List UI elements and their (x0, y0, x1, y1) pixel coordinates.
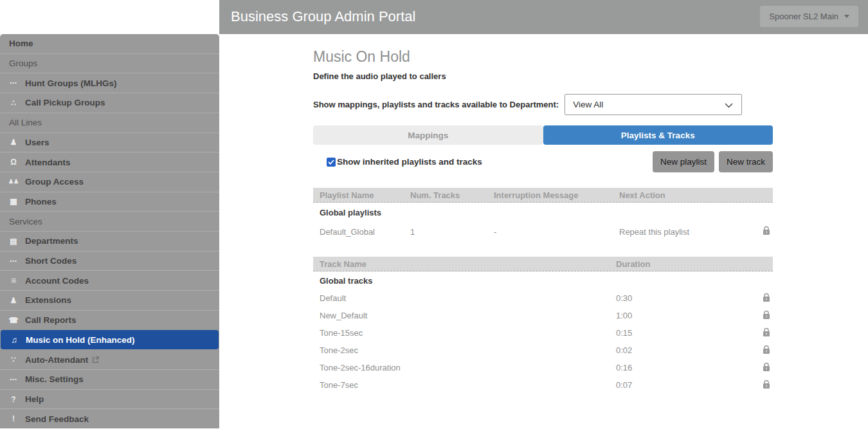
sidebar-item-departments[interactable]: ▤Departments (0, 231, 219, 251)
attendants-icon: Ω (5, 158, 22, 166)
col-next-action: Next Action (619, 190, 754, 200)
phones-icon: ▦ (5, 197, 22, 205)
track-row[interactable]: Tone-15sec 0:15 (313, 324, 773, 342)
track-row[interactable]: Default 0:30 (313, 289, 773, 307)
misc-settings-icon: ••• (5, 377, 22, 382)
duration-cell: 0:02 (616, 345, 754, 355)
sidebar-item-call-reports[interactable]: ☎Call Reports (0, 310, 219, 330)
external-link-icon (92, 356, 99, 363)
sidebar-item-home[interactable]: Home (0, 34, 219, 53)
sidebar-item-hunt-groups-mlhgs[interactable]: •••Hunt Groups (MLHGs) (0, 73, 219, 93)
departments-icon: ▤ (5, 237, 22, 245)
sidebar-section-all-lines: All Lines (0, 113, 219, 133)
tab-bar: MappingsPlaylists & Tracks (313, 125, 773, 145)
sidebar-section-groups: Groups (0, 53, 219, 73)
send-feedback-icon: ! (5, 415, 22, 423)
inherited-checkbox-label: Show inherited playlists and tracks (337, 157, 482, 167)
sidebar-item-label: Services (9, 217, 42, 226)
sidebar-item-label: Hunt Groups (MLHGs) (25, 78, 116, 88)
sidebar-item-label: Help (25, 394, 44, 404)
sidebar-item-misc-settings[interactable]: •••Misc. Settings (0, 369, 219, 389)
sidebar-section-services: Services (0, 211, 219, 231)
app-title: Business Group Admin Portal (231, 8, 415, 25)
track-row[interactable]: Tone-2sec 0:02 (313, 342, 773, 359)
new-track-button[interactable]: New track (719, 151, 773, 172)
department-select-value: View All (573, 100, 603, 109)
sidebar-item-users[interactable]: ♟Users (0, 133, 219, 152)
col-track-name: Track Name (313, 259, 616, 269)
tracks-table: Track Name Duration Global tracks Defaul… (313, 257, 773, 394)
duration-cell: 0:07 (616, 380, 754, 390)
sidebar-item-label: Home (9, 39, 33, 48)
main-content: Music On Hold Define the audio played to… (219, 34, 868, 431)
sidebar-item-label: Account Codes (25, 276, 89, 286)
track-name-cell: Default (313, 293, 616, 303)
track-name-cell: Tone-15sec (313, 328, 616, 338)
sidebar-item-label: Attendants (25, 158, 71, 167)
sidebar-item-label: Users (25, 138, 50, 147)
track-name-cell: Tone-2sec (313, 345, 616, 355)
track-name-cell: Tone-7sec (313, 380, 616, 390)
sidebar-item-group-access[interactable]: ♟♟Group Access (0, 172, 219, 192)
sidebar-item-phones[interactable]: ▦Phones (0, 192, 219, 212)
duration-cell: 0:16 (616, 363, 754, 372)
track-row[interactable]: Tone-2sec-16duration 0:16 (313, 359, 773, 376)
playlist-name-cell: Default_Global (313, 227, 410, 237)
new-playlist-button[interactable]: New playlist (653, 151, 714, 172)
tab-mappings[interactable]: Mappings (313, 125, 543, 145)
playlists-group-row: Global playlists (313, 203, 773, 222)
interruption-message-cell: - (494, 227, 619, 237)
sidebar-item-send-feedback[interactable]: !Send Feedback (0, 408, 219, 428)
duration-cell: 0:15 (616, 328, 754, 338)
sidebar-item-music-on-hold-enhanced[interactable]: ♫Music on Hold (Enhanced) (1, 330, 219, 350)
call-pickup-groups-icon: ∴ (5, 99, 22, 107)
hunt-groups-icon: ••• (5, 80, 22, 86)
checkbox-checked-icon (327, 158, 336, 167)
tracks-table-header: Track Name Duration (313, 257, 773, 271)
sidebar-item-call-pickup-groups[interactable]: ∴Call Pickup Groups (0, 93, 219, 113)
lock-icon (763, 362, 770, 374)
actions-row: Show inherited playlists and tracks New … (313, 151, 773, 172)
sidebar-item-label: Phones (25, 197, 57, 206)
caret-down-icon (844, 15, 849, 18)
sidebar-item-short-codes[interactable]: •••Short Codes (0, 251, 219, 271)
sidebar-item-label: Groups (9, 59, 37, 68)
help-icon: ? (5, 396, 22, 403)
sidebar-item-label: Call Reports (25, 315, 77, 325)
track-row[interactable]: Tone-7sec 0:07 (313, 376, 773, 394)
account-codes-icon: ≡ (5, 276, 22, 285)
extensions-icon: ♟ (5, 297, 22, 304)
track-row[interactable]: New_Default 1:00 (313, 307, 773, 324)
col-interruption-message: Interruption Message (494, 190, 619, 200)
department-filter-label: Show mappings, playlists and tracks avai… (313, 100, 559, 109)
users-icon: ♟ (5, 138, 22, 146)
sidebar-item-auto-attendant[interactable]: ∵Auto-Attendant (0, 349, 219, 369)
tracks-group-row: Global tracks (313, 271, 773, 289)
inherited-checkbox[interactable]: Show inherited playlists and tracks (327, 157, 482, 167)
sidebar-item-extensions[interactable]: ♟Extensions (0, 290, 219, 310)
sidebar-item-help[interactable]: ?Help (0, 389, 219, 409)
sidebar-nav: HomeGroups•••Hunt Groups (MLHGs)∴Call Pi… (0, 34, 219, 428)
call-reports-icon: ☎ (5, 316, 22, 324)
short-codes-icon: ••• (5, 259, 22, 264)
music-on-hold-icon: ♫ (6, 336, 23, 344)
duration-cell: 1:00 (616, 311, 754, 320)
sidebar-item-label: Auto-Attendant (25, 355, 88, 365)
department-select[interactable]: View All (565, 94, 742, 115)
lock-icon (763, 293, 770, 304)
playlists-table: Playlist Name Num. Tracks Interruption M… (313, 188, 773, 241)
lock-icon (763, 226, 770, 237)
playlist-row[interactable]: Default_Global 1 - Repeat this playlist (313, 222, 773, 241)
tab-playlists-tracks[interactable]: Playlists & Tracks (543, 125, 773, 145)
auto-attendant-icon: ∵ (5, 356, 22, 363)
sidebar-item-account-codes[interactable]: ≡Account Codes (0, 270, 219, 290)
sidebar-item-attendants[interactable]: ΩAttendants (0, 152, 219, 172)
sidebar-item-label: Short Codes (25, 256, 77, 266)
sidebar-item-label: Call Pickup Groups (25, 98, 105, 107)
sidebar-item-label: Departments (25, 236, 78, 246)
account-selector-button[interactable]: Spooner SL2 Main (760, 6, 858, 27)
tracks-group-label: Global tracks (313, 276, 773, 286)
track-name-cell: New_Default (313, 311, 616, 320)
chevron-down-icon (725, 103, 733, 108)
sidebar-item-label: Group Access (25, 177, 84, 187)
